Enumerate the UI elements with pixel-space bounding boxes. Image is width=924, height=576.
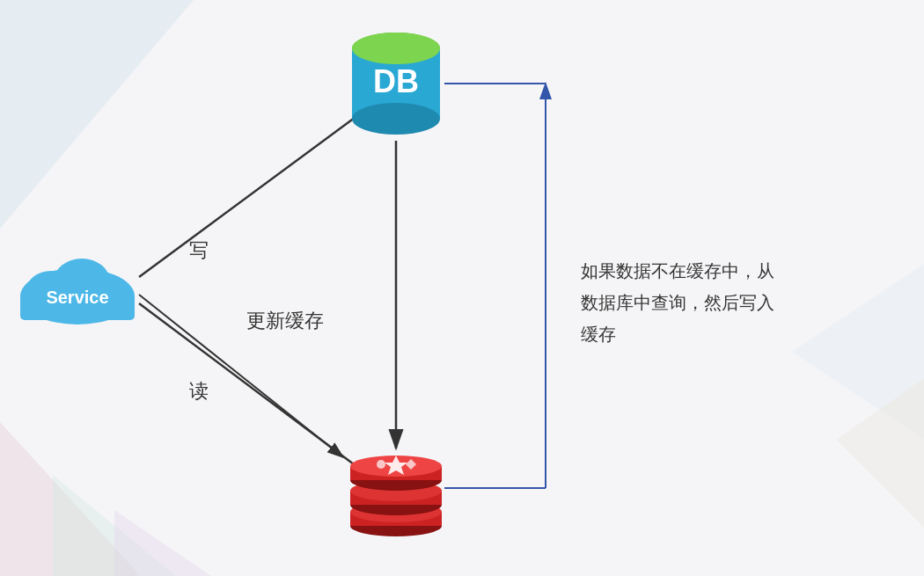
svg-marker-5 [836, 378, 924, 528]
redis-icon [348, 448, 444, 536]
label-write: 写 [189, 237, 209, 264]
svg-marker-3 [114, 510, 211, 576]
db-icon: DB [348, 26, 444, 141]
svg-point-37 [377, 460, 385, 469]
description-text: 如果数据不在缓存中，从 数据库中查询，然后写入 缓存 [581, 255, 774, 350]
label-read: 读 [189, 378, 209, 405]
svg-marker-1 [0, 422, 141, 576]
svg-text:Service: Service [46, 288, 108, 307]
svg-point-24 [352, 103, 440, 135]
svg-point-25 [352, 33, 440, 64]
svg-text:DB: DB [373, 63, 419, 99]
label-update-cache: 更新缓存 [246, 308, 324, 334]
service-cloud: Service [16, 248, 139, 327]
svg-marker-4 [792, 264, 924, 440]
svg-marker-0 [0, 0, 194, 229]
svg-marker-2 [53, 475, 176, 576]
